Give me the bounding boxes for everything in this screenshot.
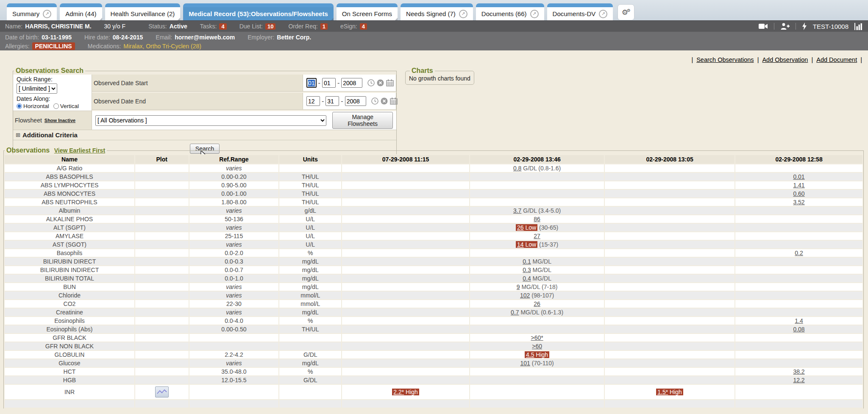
observation-value-link[interactable]: 0.2	[795, 250, 803, 256]
date-start-month-input[interactable]: 01	[306, 78, 317, 88]
time-icon[interactable]	[371, 97, 378, 105]
obs-value-cell	[342, 173, 469, 181]
manage-flowsheets-button[interactable]: Manage Flowsheets	[332, 112, 393, 129]
show-inactive-link[interactable]: Show Inactive	[45, 118, 75, 123]
tab-on-screen-forms[interactable]: On Screen Forms	[337, 3, 398, 20]
observation-value-link[interactable]: 12.2	[793, 377, 804, 383]
obs-name: HGB	[5, 376, 134, 384]
observation-value-link[interactable]: 102	[520, 292, 530, 299]
tab-documents-66[interactable]: Documents (66)↗	[476, 3, 544, 20]
date-start-day-input[interactable]	[322, 78, 336, 88]
observation-value-link[interactable]: 0.1	[523, 258, 531, 265]
obs-value-cell	[470, 198, 604, 206]
observation-value-link[interactable]: 0.3	[523, 267, 531, 273]
obs-value-cell	[605, 232, 734, 240]
radio-horizontal[interactable]	[17, 103, 22, 109]
date-end-field: - -	[303, 93, 396, 110]
chart-stats-icon[interactable]	[854, 23, 863, 30]
tab-label: Admin (44)	[65, 10, 96, 17]
video-call-icon[interactable]	[759, 23, 768, 29]
obs-value-cell	[342, 300, 469, 308]
radio-vertical[interactable]	[53, 103, 59, 109]
quick-range-panel: Quick Range: [ Unlimited ] Dates Along: …	[13, 75, 92, 111]
add-observation-link[interactable]: Add Observation	[762, 56, 808, 63]
plot-sparkline-icon[interactable]	[155, 386, 169, 397]
observation-value-link[interactable]: 3.52	[793, 199, 804, 206]
observation-value-link[interactable]: 3.7	[513, 207, 521, 214]
observation-value-link[interactable]: 101	[520, 360, 530, 367]
order-req-count-badge[interactable]: 1	[320, 23, 328, 30]
search-observations-link[interactable]: Search Observations	[696, 56, 754, 63]
observation-value-link[interactable]: 0.60	[793, 190, 804, 197]
view-earliest-first-link[interactable]: View Earliest First	[54, 147, 105, 154]
calendar-icon[interactable]	[390, 97, 398, 105]
tab-documents-dv[interactable]: Documents-DV↗	[547, 3, 613, 20]
tab-health-surveillance-2[interactable]: Health Surveillance (2)	[105, 3, 181, 20]
observation-value-link[interactable]: 26	[517, 224, 524, 231]
additional-criteria-toggle[interactable]: ⊞ Additional Criteria	[13, 130, 396, 140]
flowsheet-select[interactable]: [ All Observations ]	[95, 115, 326, 126]
obs-name: GLOBULIN	[5, 351, 134, 358]
observation-value-link[interactable]: 26	[534, 300, 540, 307]
observation-value-link[interactable]: 1.5*	[657, 389, 668, 395]
lightning-icon[interactable]	[802, 22, 807, 30]
obs-ref-range: 0.00-0.20	[189, 173, 279, 181]
tasks-count-badge[interactable]: 4	[219, 23, 226, 30]
calendar-icon[interactable]	[386, 79, 394, 86]
obs-value-cell	[735, 275, 862, 282]
external-link-icon[interactable]: ↗	[459, 10, 467, 18]
observation-value-link[interactable]: 27	[534, 233, 540, 239]
add-document-link[interactable]: Add Document	[816, 56, 857, 63]
observation-value-link[interactable]: 0.4	[523, 275, 531, 282]
table-row: Glucosevariesmg/dL101 (70-110)	[5, 359, 862, 367]
observation-value-link[interactable]: 0.7	[511, 309, 519, 316]
obs-ref-range: 0.0-2.0	[189, 249, 279, 257]
obs-value-cell	[342, 359, 469, 367]
observation-value-link[interactable]: 14	[517, 241, 524, 248]
dates-along-option-vertical[interactable]: Vertical	[53, 103, 79, 109]
date-start-year-input[interactable]	[341, 78, 362, 88]
obs-ref-range: varies	[189, 359, 279, 367]
esign-count-badge[interactable]: 4	[360, 23, 367, 30]
time-icon[interactable]	[367, 79, 375, 86]
observation-value-link[interactable]: 9	[517, 283, 520, 290]
observation-value-link[interactable]: 1.4	[795, 317, 803, 324]
observation-value-link[interactable]: 4.5	[526, 351, 534, 358]
tab-needs-signed-7[interactable]: Needs Signed (7)↗	[401, 3, 473, 20]
tab-medical-record-53-observations-flowsheets[interactable]: Medical Record (53):Observations/Flowshe…	[183, 3, 333, 20]
obs-units	[279, 334, 341, 342]
allergy-badge[interactable]: PENICILLINS	[32, 42, 75, 50]
date-end-year-input[interactable]	[345, 96, 366, 106]
due-list-count-badge[interactable]: 10	[265, 23, 275, 30]
observation-value-link[interactable]: 2.2*	[393, 389, 404, 395]
external-link-icon[interactable]: ↗	[43, 10, 51, 18]
observation-value-link[interactable]: 86	[534, 216, 540, 222]
clear-date-icon[interactable]	[381, 97, 388, 105]
observation-value-link[interactable]: 0.08	[793, 326, 804, 333]
tab-summary[interactable]: Summary↗	[7, 3, 57, 20]
add-person-icon[interactable]	[780, 23, 790, 30]
date-end-day-input[interactable]	[326, 96, 339, 106]
observation-value-link[interactable]: 1.41	[793, 182, 804, 189]
medication-link[interactable]: Ortho Tri-Cyclen (28)	[146, 43, 201, 50]
observation-value-link[interactable]: 38.2	[793, 368, 804, 375]
obs-value-cell: 4.5 High	[470, 351, 604, 358]
observation-value-link[interactable]: >60*	[531, 334, 543, 341]
obs-value-cell: 1.41	[735, 181, 862, 189]
clear-date-icon[interactable]	[377, 79, 384, 86]
table-row: Basophils0.0-2.0%0.2	[5, 249, 862, 257]
tab-settings-button[interactable]: ⚙⚙	[618, 4, 634, 20]
quick-range-select[interactable]: [ Unlimited ]	[17, 83, 57, 94]
observation-value-link[interactable]: 0.01	[793, 173, 804, 180]
obs-value-cell	[470, 376, 604, 384]
name-label: Name:	[5, 23, 22, 30]
external-link-icon[interactable]: ↗	[530, 10, 539, 18]
observation-value-link[interactable]: 0.8	[513, 165, 521, 172]
medication-link[interactable]: Miralax	[123, 43, 142, 50]
table-row: A/G Ratiovaries0.8 G/DL (0.8-1.6)	[5, 164, 862, 172]
dates-along-option-horizontal[interactable]: Horizontal	[17, 103, 49, 109]
date-end-month-input[interactable]	[306, 96, 320, 106]
observation-value-link[interactable]: >60	[532, 343, 542, 350]
external-link-icon[interactable]: ↗	[599, 10, 607, 18]
tab-admin-44[interactable]: Admin (44)	[60, 3, 102, 20]
